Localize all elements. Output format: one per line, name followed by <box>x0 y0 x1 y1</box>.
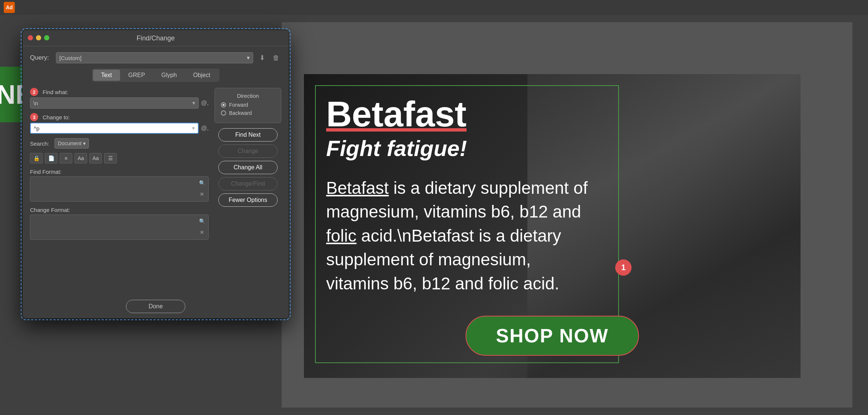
ad-folic-link: folic <box>326 226 357 245</box>
backward-radio-row[interactable]: Backward <box>221 110 275 116</box>
text-icon[interactable]: Aa <box>74 153 87 163</box>
find-change-dialog: Find/Change Query: [Custom] ▾ ⬇ 🗑 Text G… <box>22 30 289 319</box>
tabs-row: Text GREP Glyph Object <box>92 69 220 82</box>
ad-subtitle: Fight fatigue! <box>326 136 778 161</box>
search-row: Search: Document ▾ <box>30 138 209 149</box>
app-logo: Ad <box>4 2 15 13</box>
find-what-input[interactable]: \n ▾ <box>30 97 199 109</box>
find-what-input-row: \n ▾ @, <box>30 97 209 109</box>
change-to-label: 3 Change to: <box>30 113 209 121</box>
dialog-footer: Done <box>126 300 185 313</box>
find-format-delete-icon[interactable]: ✕ <box>197 189 207 199</box>
change-to-special-chars[interactable]: @, <box>201 125 209 132</box>
ad-body: Betafast is a dietary supplement of magn… <box>326 176 593 295</box>
form-right: Direction Forward Backward Find Next <box>215 88 281 245</box>
find-format-search-icon[interactable]: 🔍 <box>197 178 207 188</box>
query-label: Query: <box>30 54 52 62</box>
query-select[interactable]: [Custom] ▾ <box>56 52 253 63</box>
query-download-icon[interactable]: ⬇ <box>257 53 267 63</box>
find-next-button[interactable]: Find Next <box>218 128 278 142</box>
fewer-options-button[interactable]: Fewer Options <box>218 193 278 207</box>
layers-icon[interactable]: ≡ <box>60 153 72 163</box>
find-what-row: 2 Find what: \n ▾ @, <box>30 88 209 109</box>
search-select[interactable]: Document ▾ <box>54 138 89 149</box>
find-format-icons: 🔍 ✕ <box>197 178 207 199</box>
direction-box: Direction Forward Backward <box>215 88 281 123</box>
minimize-button[interactable] <box>36 35 41 40</box>
window-controls <box>28 35 49 40</box>
find-format-section: Find Format: 🔍 ✕ <box>30 169 209 202</box>
change-to-input-row: ^p ▾ @, <box>30 123 209 134</box>
step-badge-2: 2 <box>30 88 38 96</box>
document-canvas: Betafast Fight fatigue! Betafast is a di… <box>282 22 852 408</box>
change-all-button[interactable]: Change All <box>218 161 278 174</box>
query-chevron-icon: ▾ <box>247 54 250 61</box>
tab-grep[interactable]: GREP <box>120 70 153 81</box>
forward-label: Forward <box>229 102 248 108</box>
change-to-row: 3 Change to: ^p ▾ @, <box>30 113 209 134</box>
forward-radio-row[interactable]: Forward <box>221 102 275 108</box>
form-left: 2 Find what: \n ▾ @, <box>30 88 209 245</box>
ad-betafast-link: Betafast <box>326 178 389 197</box>
canvas-area: NE Betafast Fight fatigue! Betafast is a… <box>0 15 868 415</box>
backward-radio[interactable] <box>221 110 226 116</box>
lock-icon[interactable]: 🔒 <box>30 153 43 163</box>
ad-title: Betafast <box>326 96 778 132</box>
change-find-button[interactable]: Change/Find <box>218 177 278 190</box>
direction-label: Direction <box>221 93 275 99</box>
find-format-box: 🔍 ✕ <box>30 176 209 202</box>
toolbar-icons: 🔒 📄 ≡ Aa Aa ☰ <box>30 153 209 163</box>
change-format-delete-icon[interactable]: ✕ <box>197 228 207 237</box>
done-button[interactable]: Done <box>126 300 185 313</box>
search-label: Search: <box>30 140 52 147</box>
backward-label: Backward <box>229 110 252 116</box>
tab-glyph[interactable]: Glyph <box>153 70 185 81</box>
find-format-label: Find Format: <box>30 169 209 175</box>
step-badge-3: 3 <box>30 113 38 121</box>
align-icon[interactable]: ☰ <box>104 153 117 163</box>
change-format-section: Change Format: 🔍 ✕ <box>30 207 209 240</box>
tab-object[interactable]: Object <box>185 70 218 81</box>
maximize-button[interactable] <box>44 35 49 40</box>
form-area: 2 Find what: \n ▾ @, <box>30 88 281 245</box>
change-format-label: Change Format: <box>30 207 209 213</box>
change-button[interactable]: Change <box>218 145 278 158</box>
top-bar: Ad <box>0 0 868 15</box>
forward-radio[interactable] <box>221 102 226 107</box>
query-row: Query: [Custom] ▾ ⬇ 🗑 <box>30 52 281 63</box>
shop-now-button[interactable]: SHOP NOW <box>466 316 639 356</box>
ad-card: Betafast Fight fatigue! Betafast is a di… <box>304 74 801 378</box>
step-badge-1: 1 <box>615 259 632 276</box>
match-case-icon[interactable]: Aa <box>89 153 102 163</box>
change-to-input[interactable]: ^p ▾ <box>30 123 199 134</box>
dialog-title: Find/Change <box>23 30 289 46</box>
change-format-icons: 🔍 ✕ <box>197 216 207 237</box>
search-chevron-icon: ▾ <box>83 140 86 146</box>
change-format-box: 🔍 ✕ <box>30 215 209 240</box>
close-button[interactable] <box>28 35 33 40</box>
change-format-search-icon[interactable]: 🔍 <box>197 216 207 226</box>
find-what-special-chars[interactable]: @, <box>201 100 209 106</box>
tab-text[interactable]: Text <box>93 70 120 81</box>
find-what-label: 2 Find what: <box>30 88 209 96</box>
query-trash-icon[interactable]: 🗑 <box>271 53 281 63</box>
doc-icon[interactable]: 📄 <box>45 153 57 163</box>
dialog-body: Query: [Custom] ▾ ⬇ 🗑 Text GREP Glyph <box>23 46 289 251</box>
